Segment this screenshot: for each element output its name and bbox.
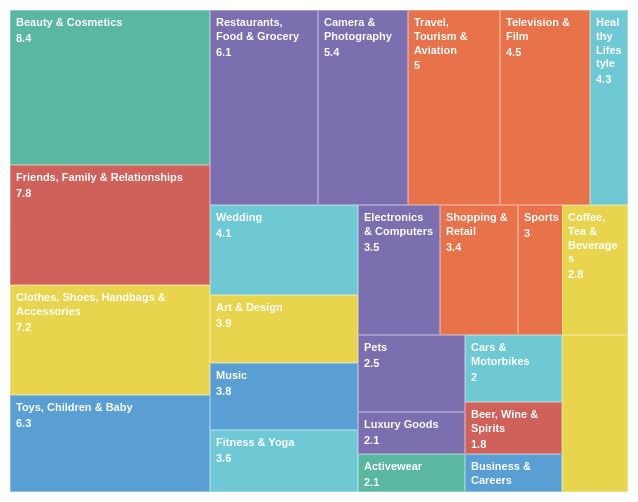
cell-value-sports: 3 (524, 227, 530, 239)
cell-value-cars: 2 (471, 371, 477, 383)
cell-luxury: Luxury Goods2.1 (358, 412, 465, 454)
cell-cars: Cars & Motorbikes2 (465, 335, 562, 402)
cell-friends: Friends, Family & Relationships7.8 (10, 165, 210, 285)
cell-pets: Pets2.5 (358, 335, 465, 412)
cell-label-business: Business & Careers (471, 460, 556, 488)
cell-label-beauty: Beauty & Cosmetics (16, 16, 122, 30)
cell-label-television: Television & Film (506, 16, 584, 44)
cell-travel: Travel, Tourism & Aviation5 (408, 10, 500, 205)
cell-value-pets: 2.5 (364, 357, 379, 369)
chart-container: Beauty & Cosmetics8.4Friends, Family & R… (10, 10, 628, 492)
cell-label-travel: Travel, Tourism & Aviation (414, 16, 494, 57)
cell-wedding: Wedding4.1 (210, 205, 358, 295)
cell-value-wedding: 4.1 (216, 227, 231, 239)
cell-value-camera: 5.4 (324, 46, 339, 58)
cell-label-sports: Sports (524, 211, 559, 225)
cell-value-clothes: 7.2 (16, 321, 31, 333)
cell-value-television: 4.5 (506, 46, 521, 58)
cell-yellow-extra (562, 335, 628, 492)
cell-value-beauty: 8.4 (16, 32, 31, 44)
cell-label-friends: Friends, Family & Relationships (16, 171, 183, 185)
cell-value-art: 3.9 (216, 317, 231, 329)
cell-label-restaurants: Restaurants, Food & Grocery (216, 16, 312, 44)
cell-electronics: Electronics & Computers3.5 (358, 205, 440, 335)
cell-value-coffee: 2.8 (568, 268, 583, 280)
cell-value-toys: 6.3 (16, 417, 31, 429)
cell-business: Business & Careers1.7 (465, 454, 562, 492)
cell-value-restaurants: 6.1 (216, 46, 231, 58)
cell-value-electronics: 3.5 (364, 241, 379, 253)
cell-value-beer: 1.8 (471, 438, 486, 450)
cell-activewear: Activewear2.1 (358, 454, 465, 492)
cell-label-toys: Toys, Children & Baby (16, 401, 133, 415)
cell-label-art: Art & Design (216, 301, 283, 315)
cell-shopping: Shopping & Retail3.4 (440, 205, 518, 335)
cell-clothes: Clothes, Shoes, Handbags & Accessories7.… (10, 285, 210, 395)
cell-label-coffee: Coffee, Tea & Beverages (568, 211, 622, 266)
cell-label-wedding: Wedding (216, 211, 262, 225)
cell-label-clothes: Clothes, Shoes, Handbags & Accessories (16, 291, 204, 319)
cell-television: Television & Film4.5 (500, 10, 590, 205)
cell-art: Art & Design3.9 (210, 295, 358, 363)
cell-healthy: Healthy Lifestyle4.3 (590, 10, 628, 205)
cell-label-shopping: Shopping & Retail (446, 211, 512, 239)
cell-label-camera: Camera & Photography (324, 16, 402, 44)
cell-value-business: 1.7 (471, 490, 486, 493)
cell-value-fitness: 3.6 (216, 452, 231, 464)
cell-toys: Toys, Children & Baby6.3 (10, 395, 210, 492)
cell-fitness: Fitness & Yoga3.6 (210, 430, 358, 492)
cell-label-pets: Pets (364, 341, 387, 355)
cell-restaurants: Restaurants, Food & Grocery6.1 (210, 10, 318, 205)
cell-value-healthy: 4.3 (596, 73, 611, 85)
cell-beauty: Beauty & Cosmetics8.4 (10, 10, 210, 165)
cell-value-travel: 5 (414, 59, 420, 71)
cell-value-luxury: 2.1 (364, 434, 379, 446)
cell-value-music: 3.8 (216, 385, 231, 397)
cell-music: Music3.8 (210, 363, 358, 430)
cell-beer: Beer, Wine & Spirits1.8 (465, 402, 562, 454)
cell-label-fitness: Fitness & Yoga (216, 436, 294, 450)
cell-value-activewear: 2.1 (364, 476, 379, 488)
treemap-chart: Beauty & Cosmetics8.4Friends, Family & R… (0, 0, 638, 502)
cell-value-friends: 7.8 (16, 187, 31, 199)
cell-label-luxury: Luxury Goods (364, 418, 439, 432)
cell-label-healthy: Healthy Lifestyle (596, 16, 622, 71)
cell-label-electronics: Electronics & Computers (364, 211, 434, 239)
cell-camera: Camera & Photography5.4 (318, 10, 408, 205)
cell-label-beer: Beer, Wine & Spirits (471, 408, 556, 436)
cell-label-activewear: Activewear (364, 460, 422, 474)
cell-label-cars: Cars & Motorbikes (471, 341, 556, 369)
cell-label-music: Music (216, 369, 247, 383)
cell-value-shopping: 3.4 (446, 241, 461, 253)
cell-coffee: Coffee, Tea & Beverages2.8 (562, 205, 628, 335)
